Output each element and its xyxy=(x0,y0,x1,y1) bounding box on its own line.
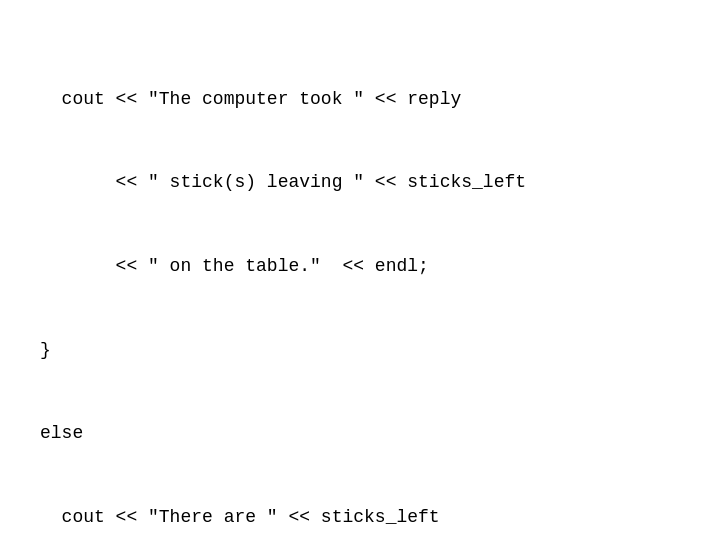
code-line-1: cout << "The computer took " << reply xyxy=(40,86,537,114)
code-line-6: cout << "There are " << sticks_left xyxy=(40,504,537,532)
code-block: cout << "The computer took " << reply <<… xyxy=(0,0,577,540)
code-line-5: else xyxy=(40,420,537,448)
code-line-4: } xyxy=(40,337,537,365)
code-line-3: << " on the table." << endl; xyxy=(40,253,537,281)
code-line-2: << " stick(s) leaving " << sticks_left xyxy=(40,169,537,197)
